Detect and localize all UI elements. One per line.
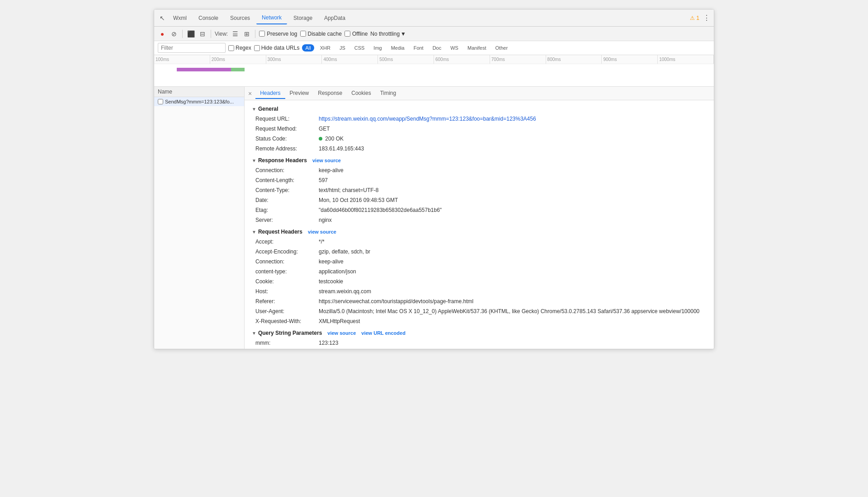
kv-key: Content-Type: xyxy=(255,186,319,194)
offline-checkbox[interactable] xyxy=(344,31,350,37)
preserve-log-checkbox[interactable] xyxy=(259,31,265,37)
request-name: SendMsg?mmm=123:123&fo... xyxy=(165,99,234,104)
hide-data-urls-checkbox[interactable] xyxy=(254,45,260,51)
filter-type-css[interactable]: CSS xyxy=(351,44,368,52)
request-checkbox[interactable] xyxy=(158,99,163,104)
filter-type-other[interactable]: Other xyxy=(492,44,511,52)
timeline-ruler: 100ms 200ms 300ms 400ms 500ms 600ms 700m… xyxy=(154,55,714,64)
tick-900ms: 900ms xyxy=(602,55,658,64)
kv-key: Connection: xyxy=(255,166,319,174)
triangle-icon: ▼ xyxy=(252,230,256,234)
response-headers-title: Response Headers xyxy=(258,157,307,164)
tab-wxml[interactable]: Wxml xyxy=(168,12,192,24)
disable-cache-checkbox-label[interactable]: Disable cache xyxy=(300,31,342,37)
kv-date: Date: Mon, 10 Oct 2016 09:48:53 GMT xyxy=(255,195,707,205)
request-headers-section-header[interactable]: ▼ Request Headers view source xyxy=(252,227,707,237)
camera-button[interactable]: ⬛ xyxy=(186,29,195,38)
filter-type-xhr[interactable]: XHR xyxy=(317,44,334,52)
filter-input[interactable] xyxy=(158,43,226,53)
tab-storage[interactable]: Storage xyxy=(288,12,318,24)
filter-type-media[interactable]: Media xyxy=(388,44,408,52)
tab-network[interactable]: Network xyxy=(256,12,287,24)
kv-key: Status Code: xyxy=(255,135,319,143)
hide-data-urls-checkbox-label[interactable]: Hide data URLs xyxy=(254,45,300,51)
timeline-chart[interactable] xyxy=(154,64,714,86)
query-params-title: Query String Parameters xyxy=(258,330,322,336)
tab-timing[interactable]: Timing xyxy=(376,88,401,99)
tick-800ms: 800ms xyxy=(546,55,602,64)
query-params-section-header[interactable]: ▼ Query String Parameters view source vi… xyxy=(252,328,707,338)
kv-key: X-Requested-With: xyxy=(255,317,319,325)
kv-value: text/html; charset=UTF-8 xyxy=(319,186,378,194)
request-headers-section: ▼ Request Headers view source Accept: */… xyxy=(252,227,707,326)
tab-headers[interactable]: Headers xyxy=(255,88,285,99)
kv-content-type-req: content-type: application/json xyxy=(255,267,707,277)
request-headers-view-source[interactable]: view source xyxy=(308,229,336,234)
throttle-label: No throttling xyxy=(370,31,400,37)
kv-key: Content-Length: xyxy=(255,176,319,184)
tab-response[interactable]: Response xyxy=(313,88,347,99)
tab-appdata[interactable]: AppData xyxy=(319,12,351,24)
detail-close-button[interactable]: × xyxy=(248,90,252,97)
tab-console[interactable]: Console xyxy=(193,12,224,24)
regex-checkbox-label[interactable]: Regex xyxy=(228,45,251,51)
kv-value: testcookie xyxy=(319,277,343,286)
tab-bar-left: ↖ Wxml Console Sources Network Storage A… xyxy=(158,12,351,24)
regex-label: Regex xyxy=(236,45,251,51)
grid-view-button[interactable]: ⊞ xyxy=(242,29,251,38)
kv-request-url: Request URL: https://stream.weixin.qq.co… xyxy=(255,114,707,124)
tab-bar-right: ⚠ 1 ⋮ xyxy=(690,14,710,22)
general-section-header[interactable]: ▼ General xyxy=(252,104,707,114)
status-code-text: 200 OK xyxy=(325,136,344,142)
kv-mmm: mmm: 123:123 xyxy=(255,338,707,348)
tick-500ms: 500ms xyxy=(378,55,434,64)
request-headers-section-body: Accept: */* Accept-Encoding: gzip, defla… xyxy=(252,237,707,326)
disable-cache-label: Disable cache xyxy=(308,31,342,37)
detail-content: ▼ General Request URL: https://stream.we… xyxy=(245,100,714,349)
kv-key: Accept-Encoding: xyxy=(255,248,319,256)
query-params-view-source[interactable]: view source xyxy=(327,330,356,336)
kv-value: https://servicewechat.com/touristappid/d… xyxy=(319,297,473,305)
filter-button[interactable]: ⊟ xyxy=(198,29,207,38)
preserve-log-checkbox-label[interactable]: Preserve log xyxy=(259,31,297,37)
timeline-bar-purple xyxy=(177,68,231,71)
filter-type-font[interactable]: Font xyxy=(410,44,427,52)
timeline-area: 100ms 200ms 300ms 400ms 500ms 600ms 700m… xyxy=(154,55,714,87)
filter-type-doc[interactable]: Doc xyxy=(429,44,445,52)
kv-value-remote-address: 183.61.49.165:443 xyxy=(319,145,364,153)
kv-referer: Referer: https://servicewechat.com/touri… xyxy=(255,296,707,306)
filter-type-js[interactable]: JS xyxy=(336,44,349,52)
throttle-select[interactable]: No throttling ▼ xyxy=(370,31,406,37)
regex-checkbox[interactable] xyxy=(228,45,234,51)
hide-data-urls-label: Hide data URLs xyxy=(261,45,300,51)
filter-type-all[interactable]: All xyxy=(302,44,314,52)
filter-type-manifest[interactable]: Manifest xyxy=(464,44,490,52)
throttle-arrow-icon: ▼ xyxy=(401,31,406,37)
filter-bar: Regex Hide data URLs All XHR JS CSS Img … xyxy=(154,41,714,55)
record-button[interactable]: ● xyxy=(158,29,167,38)
tick-200ms: 200ms xyxy=(210,55,266,64)
list-view-button[interactable]: ☰ xyxy=(231,29,240,38)
response-headers-section-header[interactable]: ▼ Response Headers view source xyxy=(252,155,707,165)
tab-sources[interactable]: Sources xyxy=(225,12,255,24)
kv-host: Host: stream.weixin.qq.com xyxy=(255,286,707,296)
query-params-view-url-encoded[interactable]: view URL encoded xyxy=(361,330,406,336)
main-area: Name SendMsg?mmm=123:123&fo... × Headers… xyxy=(154,87,714,349)
response-headers-section-body: Connection: keep-alive Content-Length: 5… xyxy=(252,165,707,225)
tab-cookies[interactable]: Cookies xyxy=(347,88,375,99)
kv-content-type: Content-Type: text/html; charset=UTF-8 xyxy=(255,185,707,195)
general-section-title: General xyxy=(258,106,278,112)
list-item[interactable]: SendMsg?mmm=123:123&fo... xyxy=(154,97,244,106)
tab-preview[interactable]: Preview xyxy=(285,88,314,99)
kv-value: XMLHttpRequest xyxy=(319,317,360,325)
network-toolbar: ● ⊘ ⬛ ⊟ View: ☰ ⊞ Preserve log Disable c… xyxy=(154,27,714,41)
offline-checkbox-label[interactable]: Offline xyxy=(344,31,368,37)
more-menu-button[interactable]: ⋮ xyxy=(703,14,710,22)
stop-button[interactable]: ⊘ xyxy=(170,29,179,38)
kv-value: "da60dd46b00f802119283b658302de6aa557b1b… xyxy=(319,206,442,214)
kv-key: User-Agent: xyxy=(255,307,319,315)
filter-type-ws[interactable]: WS xyxy=(447,44,462,52)
disable-cache-checkbox[interactable] xyxy=(300,31,306,37)
filter-type-img[interactable]: Img xyxy=(370,44,385,52)
response-headers-view-source[interactable]: view source xyxy=(312,158,341,163)
